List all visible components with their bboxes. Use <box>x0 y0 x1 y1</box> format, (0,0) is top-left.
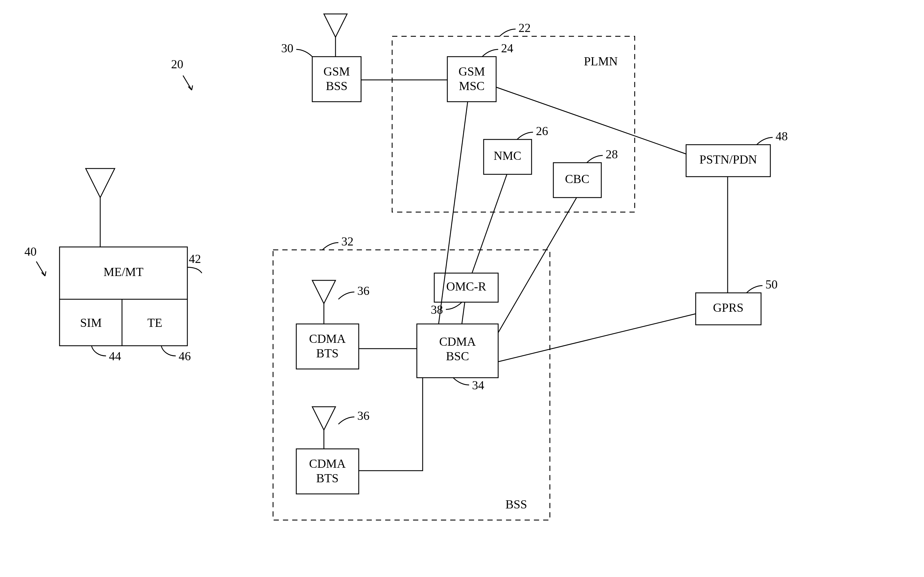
cdma-bsc-line1: CDMA <box>439 335 476 348</box>
me-mt-label: ME/MT <box>103 265 143 279</box>
cdma-bts-upper-line2: BTS <box>316 347 338 360</box>
figure-ref-overall-text: 20 <box>171 58 183 71</box>
cdma-bts-lower-ref: 36 <box>357 409 369 422</box>
gprs-ref: 50 <box>765 278 778 291</box>
bss-ref: 32 <box>341 235 354 248</box>
svg-line-19 <box>472 174 507 273</box>
gsm-bss-ref-tick <box>296 49 312 56</box>
cbc-label: CBC <box>565 172 589 185</box>
ms-ref-text: 40 <box>24 245 37 258</box>
cdma-bts-lower: CDMA BTS 36 <box>296 407 369 494</box>
pstn-label: PSTN/PDN <box>699 153 757 166</box>
svg-line-20 <box>498 198 576 333</box>
cbc: CBC 28 <box>553 148 618 198</box>
antenna-icon <box>86 169 115 247</box>
cdma-bts-lower-ref-tick <box>338 417 354 424</box>
te-ref-tick <box>161 346 176 356</box>
omc-r-label: OMC-R <box>446 280 486 293</box>
gsm-bss-line2: BSS <box>326 79 348 93</box>
cbc-ref-tick <box>587 155 603 163</box>
ms-ref: 40 <box>24 245 46 276</box>
gsm-msc-line2: MSC <box>459 79 485 93</box>
gsm-msc-ref-tick <box>482 49 498 56</box>
nmc-ref: 26 <box>536 124 548 138</box>
te-label: TE <box>147 316 162 329</box>
gsm-msc: GSM MSC 24 <box>448 42 513 102</box>
cdma-bsc: CDMA BSC 34 <box>417 324 498 392</box>
mobile-station: ME/MT SIM TE 40 42 44 46 <box>24 169 202 363</box>
connectors <box>359 80 728 471</box>
gprs-ref-tick <box>747 285 763 293</box>
bss-label: BSS <box>505 498 527 511</box>
sim-label: SIM <box>80 316 102 329</box>
cbc-ref: 28 <box>606 148 618 161</box>
gsm-bss-ref: 30 <box>281 42 293 55</box>
gsm-bss-line1: GSM <box>323 65 350 78</box>
cdma-bts-lower-line1: CDMA <box>309 457 346 471</box>
plmn-group: PLMN 22 GSM MSC 24 NMC 26 CBC 28 <box>392 21 635 212</box>
svg-line-23 <box>498 314 696 362</box>
cdma-bts-lower-line2: BTS <box>316 472 338 485</box>
figure-ref-overall: 20 <box>171 58 193 90</box>
svg-line-21 <box>462 302 465 324</box>
omc-r-ref-tick <box>446 302 462 309</box>
plmn-ref: 22 <box>518 21 531 35</box>
bss-ref-tick <box>322 243 338 250</box>
gprs-label: GPRS <box>713 301 743 314</box>
cdma-bts-upper-line1: CDMA <box>309 332 346 345</box>
me-mt-ref-tick <box>187 267 202 273</box>
network-architecture-diagram: 20 PLMN 22 GSM MSC 24 NMC 26 CBC <box>0 0 924 577</box>
me-mt-ref: 42 <box>189 252 201 266</box>
gsm-msc-line1: GSM <box>458 65 485 78</box>
nmc-ref-tick <box>517 132 533 139</box>
cdma-bts-upper-ref-tick <box>338 292 354 299</box>
nmc-label: NMC <box>494 149 522 163</box>
plmn-ref-tick <box>500 29 515 36</box>
plmn-label: PLMN <box>584 55 618 68</box>
sim-ref-tick <box>92 346 106 356</box>
pstn-ref-tick <box>757 137 773 145</box>
pstn-pdn: PSTN/PDN 48 <box>686 130 788 177</box>
cdma-bsc-line2: BSC <box>446 350 469 363</box>
antenna-icon <box>324 14 347 56</box>
gsm-msc-ref: 24 <box>501 42 513 55</box>
te-ref: 46 <box>179 350 191 363</box>
antenna-icon <box>312 407 335 449</box>
cdma-bts-upper-ref: 36 <box>357 284 369 298</box>
ms-outer-box <box>60 247 187 346</box>
bss-group: BSS 32 OMC-R 38 CDMA BSC 34 CDMA BTS <box>273 235 550 520</box>
pstn-ref: 48 <box>776 130 788 143</box>
cdma-bts-upper: CDMA BTS 36 <box>296 280 369 369</box>
gprs: GPRS 50 <box>696 278 778 325</box>
antenna-icon <box>312 280 335 324</box>
gsm-bss: GSM BSS 30 <box>281 14 361 102</box>
cdma-bsc-ref-tick <box>453 378 469 385</box>
cdma-bsc-ref: 34 <box>472 379 484 392</box>
nmc: NMC 26 <box>484 124 548 174</box>
sim-ref: 44 <box>109 350 121 363</box>
